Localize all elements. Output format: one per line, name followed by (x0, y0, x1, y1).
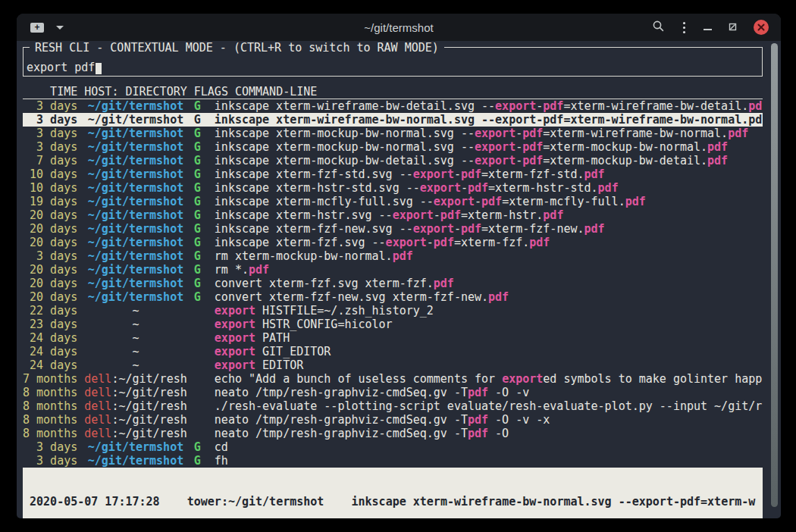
row-hostdir: ~ (84, 304, 186, 318)
row-flag (194, 372, 201, 386)
table-row[interactable]: 7 months dell:~/git/resh echo "Add a bun… (23, 372, 763, 386)
table-row[interactable]: 3 days ~/git/termshot G inkscape xterm-m… (23, 140, 763, 154)
row-time: 20 days (23, 208, 77, 222)
row-time: 23 days (23, 318, 77, 331)
row-hostdir: ~ (84, 331, 186, 345)
table-row[interactable]: 3 days ~/git/termshot G fh (23, 454, 763, 468)
row-command: ./resh-evaluate --plotting-script evalua… (215, 399, 762, 413)
row-hostdir: dell:~/git/resh (84, 427, 186, 440)
row-time: 3 days (23, 113, 77, 127)
table-row[interactable]: 8 months dell:~/git/resh neato /tmp/resh… (23, 427, 763, 440)
row-flag: G (194, 440, 201, 454)
row-command: inkscape xterm-fzf-new.svg --export-pdf=… (215, 222, 605, 236)
search-icon[interactable] (652, 20, 665, 36)
row-hostdir: ~/git/termshot (84, 249, 186, 263)
row-hostdir: dell:~/git/resh (84, 372, 186, 386)
table-row[interactable]: 24 days ~ export GIT_EDITOR (23, 345, 763, 358)
row-hostdir: ~ (84, 358, 186, 372)
table-row[interactable]: 3 days ~/git/termshot G cd (23, 440, 763, 454)
table-row[interactable]: 10 days ~/git/termshot G inkscape xterm-… (23, 181, 763, 195)
row-hostdir: ~/git/termshot (84, 208, 186, 222)
row-command: neato /tmp/resh-graphviz-cmdSeq.gv -Tpdf… (215, 386, 529, 399)
table-row[interactable]: 24 days ~ export PATH (23, 331, 763, 345)
table-row[interactable]: 20 days ~/git/termshot G inkscape xterm-… (23, 222, 763, 236)
table-row[interactable]: 20 days ~/git/termshot G convert xterm-f… (23, 277, 763, 290)
row-time: 7 months (23, 372, 77, 386)
row-time: 20 days (23, 236, 77, 249)
table-header: TIME HOST: DIRECTORY FLAGS COMMAND-LINE (23, 85, 763, 99)
table-row[interactable]: 19 days ~/git/termshot G inkscape xterm-… (23, 195, 763, 208)
row-time: 7 days (23, 154, 77, 167)
search-box[interactable]: RESH CLI - CONTEXTUAL MODE - (CTRL+R to … (23, 47, 763, 77)
row-directory: ~/git/termshot (88, 236, 183, 249)
table-row[interactable]: 3 days ~/git/termshot G inkscape xterm-w… (23, 113, 763, 127)
row-flag: G (194, 195, 201, 208)
row-host: dell (84, 413, 111, 427)
row-hostdir: ~/git/termshot (84, 236, 186, 249)
row-directory: ~/git/termshot (88, 454, 183, 468)
restore-icon[interactable] (728, 20, 738, 35)
row-command: fh (215, 454, 228, 468)
table-row[interactable]: 10 days ~/git/termshot G inkscape xterm-… (23, 167, 763, 181)
row-directory: ~/git/termshot (88, 290, 183, 304)
row-directory: ~ (132, 345, 139, 358)
table-row[interactable]: 20 days ~/git/termshot G inkscape xterm-… (23, 208, 763, 222)
row-hostdir: dell:~/git/resh (84, 413, 186, 427)
row-time: 20 days (23, 263, 77, 277)
row-command: convert xterm-fzf.svg xterm-fzf.pdf (215, 277, 454, 290)
row-command: export HSTR_CONFIG=hicolor (215, 318, 393, 331)
row-directory: ~/git/termshot (88, 127, 183, 140)
table-row[interactable]: 20 days ~/git/termshot G convert xterm-f… (23, 290, 763, 304)
row-time: 8 months (23, 386, 77, 399)
row-hostdir: dell:~/git/resh (84, 386, 186, 399)
row-flag: G (194, 222, 201, 236)
row-directory: ~/git/termshot (88, 249, 183, 263)
table-row[interactable]: 24 days ~ export EDITOR (23, 358, 763, 372)
row-command: inkscape xterm-mockup-bw-normal.svg --ex… (215, 127, 748, 140)
row-directory: ~/git/termshot (88, 263, 183, 277)
kebab-menu-icon[interactable] (681, 22, 688, 33)
table-row[interactable]: 8 months dell:~/git/resh neato /tmp/resh… (23, 413, 763, 427)
table-row[interactable]: 23 days ~ export HSTR_CONFIG=hicolor (23, 318, 763, 331)
window-title: ~/git/termshot (364, 14, 433, 41)
row-time: 24 days (23, 345, 77, 358)
row-time: 10 days (23, 181, 77, 195)
table-row[interactable]: 3 days ~/git/termshot G inkscape xterm-m… (23, 127, 763, 140)
terminal-content: RESH CLI - CONTEXTUAL MODE - (CTRL+R to … (17, 41, 781, 518)
row-command: neato /tmp/resh-graphviz-cmdSeq.gv -Tpdf… (215, 413, 550, 427)
titlebar[interactable]: + ~/git/termshot (17, 14, 781, 41)
row-hostdir: ~/git/termshot (84, 454, 186, 468)
row-flag: G (194, 140, 201, 154)
row-time: 8 months (23, 399, 77, 413)
table-row[interactable]: 22 days ~ export HISTFILE=~/.zsh_history… (23, 304, 763, 318)
row-command: inkscape xterm-wireframe-bw-detail.svg -… (215, 99, 762, 113)
table-row[interactable]: 20 days ~/git/termshot G rm *.pdf (23, 263, 763, 277)
row-flag: G (194, 454, 201, 468)
new-tab-icon[interactable]: + (30, 23, 44, 33)
minimize-icon[interactable] (704, 29, 712, 30)
table-row[interactable]: 7 days ~/git/termshot G inkscape xterm-m… (23, 154, 763, 167)
row-directory: ~ (132, 358, 139, 372)
row-directory: ~/git/termshot (88, 440, 183, 454)
table-row[interactable]: 3 days ~/git/termshot G inkscape xterm-w… (23, 99, 763, 113)
status-bar: 2020-05-07 17:17:28 tower:~/git/termshot… (23, 468, 763, 518)
row-hostdir: ~/git/termshot (84, 222, 186, 236)
close-icon[interactable] (754, 20, 769, 35)
table-row[interactable]: 8 months dell:~/git/resh neato /tmp/resh… (23, 386, 763, 399)
row-flag (194, 427, 201, 440)
row-time: 20 days (23, 222, 77, 236)
row-command: export HISTFILE=~/.zsh_history_2 (215, 304, 434, 318)
scrollbar[interactable] (771, 43, 778, 507)
search-input[interactable]: export pdf (27, 61, 102, 74)
row-hostdir: ~ (84, 318, 186, 331)
row-time: 3 days (23, 249, 77, 263)
table-row[interactable]: 3 days ~/git/termshot G rm xterm-mockup-… (23, 249, 763, 263)
row-hostdir: ~/git/termshot (84, 113, 186, 127)
row-flag (194, 399, 201, 413)
table-row[interactable]: 8 months dell:~/git/resh ./resh-evaluate… (23, 399, 763, 413)
row-time: 3 days (23, 454, 77, 468)
row-directory: ~/git/termshot (88, 113, 183, 127)
chevron-down-icon[interactable] (56, 26, 64, 30)
row-hostdir: dell:~/git/resh (84, 399, 186, 413)
table-row[interactable]: 20 days ~/git/termshot G inkscape xterm-… (23, 236, 763, 249)
